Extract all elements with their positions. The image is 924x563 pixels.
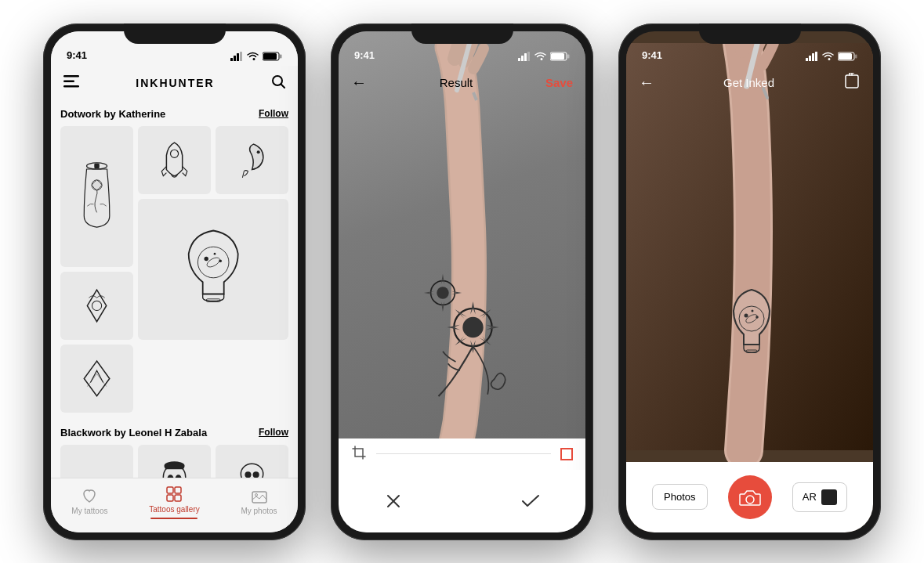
photo-icon bbox=[251, 489, 268, 504]
svg-rect-41 bbox=[175, 487, 181, 493]
camera-icon bbox=[739, 488, 761, 507]
svg-rect-7 bbox=[63, 75, 79, 78]
svg-rect-42 bbox=[167, 495, 173, 501]
photos-button[interactable]: Photos bbox=[652, 484, 707, 510]
divider bbox=[376, 453, 551, 454]
mountain-svg bbox=[71, 355, 122, 402]
svg-point-23 bbox=[92, 301, 101, 310]
status-bar-3: 9:41 bbox=[626, 31, 873, 66]
share-button[interactable] bbox=[843, 73, 861, 93]
tattoo-flower-diamond[interactable] bbox=[60, 272, 133, 340]
inked-nav: ← Get Inked bbox=[626, 66, 873, 100]
svg-rect-67 bbox=[846, 75, 858, 88]
svg-rect-2 bbox=[237, 53, 239, 61]
camera-shutter-button[interactable] bbox=[728, 475, 772, 519]
tab-bar: My tattoos Tattoos gallery My phot bbox=[51, 478, 298, 532]
tab-my-tattoos[interactable]: My tattoos bbox=[71, 489, 107, 515]
svg-rect-52 bbox=[567, 54, 570, 58]
status-icons-3 bbox=[806, 52, 857, 61]
ar-color-swatch bbox=[821, 489, 837, 505]
battery-icon bbox=[263, 52, 282, 61]
phone-get-inked: 9:41 bbox=[618, 23, 881, 540]
svg-rect-63 bbox=[815, 52, 817, 61]
tattoo-mountain[interactable] bbox=[60, 345, 133, 413]
result-nav: ← Result Save bbox=[339, 66, 585, 100]
follow-blackwork-button[interactable]: Follow bbox=[259, 427, 288, 438]
svg-point-74 bbox=[745, 313, 748, 317]
back-button-inked[interactable]: ← bbox=[639, 74, 654, 92]
grid-icon bbox=[165, 485, 183, 503]
svg-point-16 bbox=[257, 150, 260, 153]
status-time-3: 9:41 bbox=[642, 49, 662, 61]
confirm-button-result[interactable] bbox=[515, 485, 546, 517]
tab-my-photos-label: My photos bbox=[241, 507, 277, 515]
ar-button[interactable]: AR bbox=[792, 482, 847, 512]
signal-icon-3 bbox=[806, 52, 818, 61]
tab-active-indicator bbox=[150, 518, 197, 519]
svg-rect-47 bbox=[521, 56, 524, 61]
svg-rect-1 bbox=[234, 56, 236, 61]
rocket-svg bbox=[149, 136, 200, 184]
tattoo-rose-jar[interactable] bbox=[60, 126, 133, 267]
blackwork-grid bbox=[60, 445, 288, 478]
status-time-2: 9:41 bbox=[354, 49, 375, 61]
svg-rect-13 bbox=[94, 163, 100, 168]
follow-dotwork-button[interactable]: Follow bbox=[259, 108, 288, 119]
cancel-button-result[interactable] bbox=[378, 485, 409, 517]
crop-tool-button[interactable] bbox=[351, 445, 367, 464]
rose-jar-svg bbox=[71, 147, 122, 246]
cancel-icon bbox=[385, 493, 402, 510]
search-button[interactable] bbox=[271, 74, 285, 92]
menu-icon[interactable] bbox=[63, 75, 79, 91]
svg-point-55 bbox=[462, 316, 483, 337]
crop-toolbar bbox=[339, 438, 585, 470]
svg-rect-5 bbox=[263, 53, 277, 60]
tab-gallery-label: Tattoos gallery bbox=[149, 505, 199, 514]
svg-point-57 bbox=[437, 287, 448, 298]
flower-diamond-svg bbox=[71, 282, 122, 330]
tab-my-photos[interactable]: My photos bbox=[241, 489, 277, 515]
share-icon bbox=[843, 73, 861, 90]
tattoo-rocket[interactable] bbox=[138, 126, 211, 194]
svg-line-11 bbox=[281, 84, 284, 88]
tattoo-demon[interactable] bbox=[60, 445, 133, 478]
tattoo-skull-octopus[interactable] bbox=[216, 445, 288, 478]
svg-rect-49 bbox=[527, 52, 530, 61]
moon-flower-svg bbox=[226, 136, 277, 184]
status-bar-2: 9:41 bbox=[339, 31, 585, 66]
tattoo-moon-flower[interactable] bbox=[216, 126, 288, 194]
section-dotwork-title: Dotwork by Katherine bbox=[60, 108, 165, 120]
svg-point-45 bbox=[255, 494, 257, 496]
tab-tattoos-gallery[interactable]: Tattoos gallery bbox=[149, 485, 199, 519]
demon-svg bbox=[71, 466, 122, 478]
dotwork-grid bbox=[60, 126, 288, 413]
result-bottom-bar bbox=[339, 470, 585, 532]
phone-result: 9:41 bbox=[331, 23, 593, 540]
svg-rect-8 bbox=[63, 80, 74, 82]
lightbulb-svg bbox=[161, 220, 266, 319]
tattoo-skull-helmet[interactable] bbox=[138, 445, 211, 478]
section-blackwork-title: Blackwork by Leonel H Zabala bbox=[60, 427, 207, 438]
svg-rect-43 bbox=[175, 495, 181, 501]
phone-gallery: 9:41 bbox=[43, 23, 306, 540]
gallery-scroll[interactable]: Dotwork by Katherine Follow bbox=[51, 100, 298, 478]
signal-icon bbox=[230, 52, 243, 61]
checkmark-icon bbox=[521, 494, 540, 508]
status-icons-2 bbox=[518, 52, 570, 61]
svg-point-19 bbox=[204, 256, 208, 260]
tattoo-lightbulb[interactable] bbox=[138, 199, 288, 340]
status-icons-1 bbox=[230, 52, 282, 61]
svg-rect-62 bbox=[812, 53, 814, 61]
svg-rect-0 bbox=[230, 58, 233, 61]
svg-point-33 bbox=[245, 471, 251, 478]
back-button-result[interactable]: ← bbox=[351, 74, 367, 92]
svg-point-21 bbox=[213, 252, 216, 254]
svg-point-75 bbox=[756, 316, 759, 319]
save-button[interactable]: Save bbox=[545, 76, 573, 89]
crop-rect-icon bbox=[560, 448, 573, 460]
inked-title: Get Inked bbox=[723, 76, 774, 89]
result-title: Result bbox=[440, 76, 473, 89]
svg-rect-48 bbox=[524, 53, 527, 61]
svg-rect-46 bbox=[518, 58, 520, 61]
tab-my-tattoos-label: My tattoos bbox=[71, 507, 107, 515]
